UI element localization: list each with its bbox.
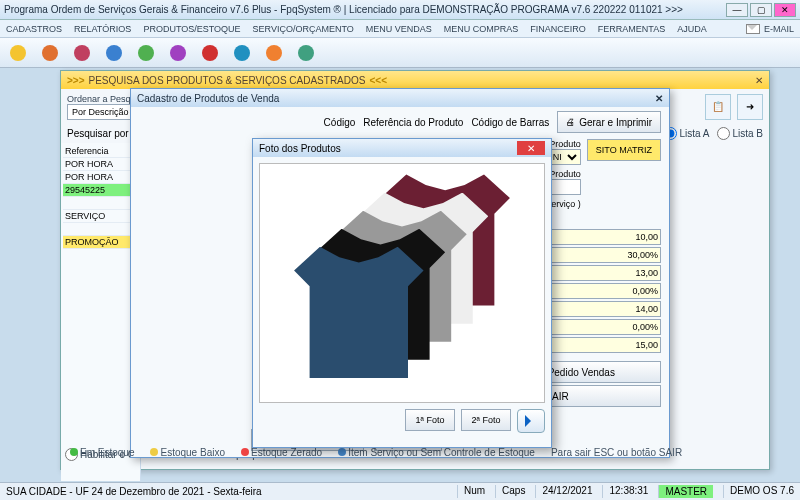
legend-zerado: Estoque Zerado <box>251 447 322 458</box>
segunda-foto-button[interactable]: 2ª Foto <box>461 409 511 431</box>
legend-baixo: Estoque Baixo <box>160 447 225 458</box>
tb-btn-3[interactable] <box>68 40 96 66</box>
codigo-label: Código <box>324 117 356 128</box>
list-item[interactable]: POR HORA <box>63 158 138 171</box>
tb-btn-6[interactable] <box>164 40 192 66</box>
legend-sem-controle: Item Serviço ou Sem Controle de Estoque <box>348 447 535 458</box>
foto-title-text: Foto dos Produtos <box>259 143 341 154</box>
menu-ajuda[interactable]: AJUDA <box>677 24 707 34</box>
relacao-button[interactable]: 📋 <box>705 94 731 120</box>
workspace: >>> PESQUISA DOS PRODUTOS & SERVIÇOS CAD… <box>0 68 800 482</box>
arrow-right-icon <box>525 415 537 427</box>
list-item-selected[interactable]: 29545225 <box>63 184 138 197</box>
status-date: 24/12/2021 <box>535 485 592 498</box>
margem-prazo-input[interactable] <box>545 283 661 299</box>
gerar-imprimir-button[interactable]: 🖨 Gerar e Imprimir <box>557 111 661 133</box>
menu-servico[interactable]: SERVIÇO/ORÇAMENTO <box>253 24 354 34</box>
menu-compras[interactable]: MENU COMPRAS <box>444 24 519 34</box>
valor-atacado-input[interactable] <box>545 337 661 353</box>
email-label: E-MAIL <box>764 24 794 34</box>
legend-esc: Para sair ESC ou botão SAIR <box>551 447 682 458</box>
sito-matriz-button[interactable]: SITO MATRIZ <box>587 139 661 161</box>
sair-search-button[interactable]: ➜ <box>737 94 763 120</box>
list-item[interactable] <box>63 223 138 236</box>
col-header: Referencia <box>63 145 138 158</box>
cadastro-title: Cadastro de Produtos de Venda <box>137 93 279 104</box>
foto-image <box>259 163 545 403</box>
lista-a-radio[interactable]: Lista A <box>664 127 709 140</box>
chevron-icon: >>> <box>67 75 85 86</box>
tb-btn-4[interactable] <box>100 40 128 66</box>
lista-b-radio[interactable]: Lista B <box>717 127 763 140</box>
chevron-icon: <<< <box>369 75 387 86</box>
maximize-button[interactable]: ▢ <box>750 3 772 17</box>
tb-btn-5[interactable] <box>132 40 160 66</box>
margem-avista-input[interactable] <box>545 247 661 263</box>
close-button[interactable]: ✕ <box>774 3 796 17</box>
list-item[interactable] <box>63 197 138 210</box>
foto-titlebar[interactable]: Foto dos Produtos ✕ <box>253 139 551 157</box>
valor-prazo-input[interactable] <box>545 301 661 317</box>
menu-vendas[interactable]: MENU VENDAS <box>366 24 432 34</box>
main-toolbar <box>0 38 800 68</box>
foto-window: Foto dos Produtos ✕ 1ª Foto 2ª Foto <box>252 138 552 448</box>
app-titlebar: Programa Ordem de Serviços Gerais & Fina… <box>0 0 800 20</box>
status-time: 12:38:31 <box>602 485 648 498</box>
menu-cadastros[interactable]: CADASTROS <box>6 24 62 34</box>
list-item[interactable]: SERVIÇO <box>63 210 138 223</box>
custo-input[interactable] <box>545 229 661 245</box>
status-demo: DEMO OS 7.6 <box>723 485 794 498</box>
status-date-text: SUA CIDADE - UF 24 de Dezembro de 2021 -… <box>6 486 262 497</box>
legend: Em Estoque Estoque Baixo Estoque Zerado … <box>70 447 790 458</box>
legend-em-estoque: Em Estoque <box>80 447 134 458</box>
cadastro-titlebar: Cadastro de Produtos de Venda ✕ <box>131 89 669 107</box>
margem-atacado-input[interactable] <box>545 319 661 335</box>
menu-email[interactable]: E-MAIL <box>746 24 794 34</box>
tb-btn-7[interactable] <box>196 40 224 66</box>
status-master: MASTER <box>658 485 713 498</box>
minimize-button[interactable]: — <box>726 3 748 17</box>
statusbar: SUA CIDADE - UF 24 de Dezembro de 2021 -… <box>0 482 800 500</box>
envelope-icon <box>746 24 760 34</box>
menu-ferramentas[interactable]: FERRAMENTAS <box>598 24 665 34</box>
menu-produtos[interactable]: PRODUTOS/ESTOQUE <box>143 24 240 34</box>
tb-btn-8[interactable] <box>228 40 256 66</box>
status-caps: Caps <box>495 485 525 498</box>
next-foto-button[interactable] <box>517 409 545 433</box>
tb-btn-9[interactable] <box>260 40 288 66</box>
primeira-foto-button[interactable]: 1ª Foto <box>405 409 455 431</box>
tb-btn-1[interactable] <box>4 40 32 66</box>
tb-btn-2[interactable] <box>36 40 64 66</box>
list-item[interactable]: POR HORA <box>63 171 138 184</box>
barras-label: Código de Barras <box>471 117 549 128</box>
result-list: Referencia POR HORA POR HORA 29545225 SE… <box>61 143 141 481</box>
tb-btn-10[interactable] <box>292 40 320 66</box>
search-titlebar: >>> PESQUISA DOS PRODUTOS & SERVIÇOS CAD… <box>61 71 769 89</box>
foto-close-button[interactable]: ✕ <box>517 141 545 155</box>
status-num: Num <box>457 485 485 498</box>
ref-label: Referência do Produto <box>363 117 463 128</box>
app-title: Programa Ordem de Serviços Gerais & Fina… <box>4 4 726 15</box>
cadastro-close-icon[interactable]: ✕ <box>655 93 663 104</box>
valor-avista-input[interactable] <box>545 265 661 281</box>
menu-financeiro[interactable]: FINANCEIRO <box>530 24 586 34</box>
search-title: PESQUISA DOS PRODUTOS & SERVIÇOS CADASTR… <box>89 75 366 86</box>
search-close-icon[interactable]: ✕ <box>755 75 763 86</box>
menubar: CADASTROS RELATÓRIOS PRODUTOS/ESTOQUE SE… <box>0 20 800 38</box>
menu-relatorios[interactable]: RELATÓRIOS <box>74 24 131 34</box>
list-item[interactable]: PROMOÇÃO <box>63 236 138 249</box>
